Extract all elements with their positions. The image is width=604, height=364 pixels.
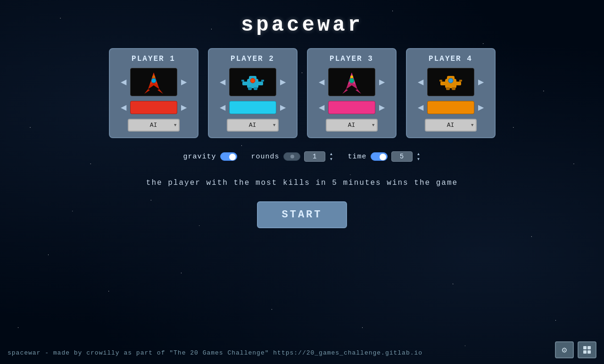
time-label: time xyxy=(348,153,367,161)
svg-point-5 xyxy=(152,75,155,78)
player3-ship-next[interactable]: ▶ xyxy=(377,76,387,88)
player4-control-select[interactable]: AI Keyboard Gamepad xyxy=(425,119,477,132)
svg-rect-11 xyxy=(241,80,244,82)
svg-rect-14 xyxy=(254,87,257,90)
start-button[interactable]: START xyxy=(257,201,347,228)
svg-rect-26 xyxy=(439,80,442,82)
svg-marker-19 xyxy=(356,89,361,94)
rounds-toggle-knob xyxy=(290,155,294,158)
svg-rect-25 xyxy=(455,82,461,85)
player4-color-prev[interactable]: ◀ xyxy=(416,102,425,113)
player4-label: PLAYER 4 xyxy=(429,55,472,63)
svg-rect-10 xyxy=(257,82,263,85)
player3-control-select[interactable]: AI Keyboard Gamepad xyxy=(326,119,378,132)
time-input[interactable] xyxy=(391,151,413,162)
player1-ship-selector: ◀ ▶ xyxy=(116,68,192,96)
players-row: PLAYER 1 ◀ ▶ ◀ xyxy=(109,48,496,138)
rounds-spinner-arrows: ▲ ▼ xyxy=(329,152,334,162)
rounds-label: rounds xyxy=(251,153,280,161)
svg-marker-3 xyxy=(144,89,150,94)
svg-rect-28 xyxy=(446,87,450,90)
player1-card: PLAYER 1 ◀ ▶ ◀ xyxy=(109,48,199,138)
svg-rect-9 xyxy=(242,82,248,85)
player1-ship-display xyxy=(130,68,177,96)
player3-control-wrapper: AI Keyboard Gamepad xyxy=(326,119,378,132)
player1-color-selector: ◀ ▶ xyxy=(116,101,192,114)
svg-point-23 xyxy=(448,78,453,83)
player1-control-wrapper: AI Keyboard Gamepad xyxy=(128,119,180,132)
player2-ship-selector: ◀ ▶ xyxy=(215,68,291,96)
player1-ship-next[interactable]: ▶ xyxy=(179,76,189,88)
player1-color-bar xyxy=(130,101,177,114)
rounds-input[interactable] xyxy=(304,151,325,162)
player4-color-next[interactable]: ▶ xyxy=(476,102,486,113)
player3-color-next[interactable]: ▶ xyxy=(377,102,387,113)
time-toggle-knob xyxy=(380,154,386,160)
svg-marker-4 xyxy=(157,89,163,94)
svg-rect-12 xyxy=(261,80,264,82)
player3-color-prev[interactable]: ◀ xyxy=(317,102,326,113)
player3-ship-svg xyxy=(338,70,366,94)
player1-ship-prev[interactable]: ◀ xyxy=(119,76,128,88)
options-row: gravity rounds ▲ ▼ time ▲ xyxy=(183,151,421,162)
svg-marker-18 xyxy=(342,89,348,94)
player2-card: PLAYER 2 ◀ xyxy=(208,48,298,138)
svg-point-17 xyxy=(349,78,354,83)
player1-color-next[interactable]: ▶ xyxy=(179,102,189,113)
gravity-toggle[interactable] xyxy=(220,152,237,161)
player3-label: PLAYER 3 xyxy=(330,55,373,63)
svg-rect-24 xyxy=(440,82,446,85)
player1-ship-svg xyxy=(140,70,168,94)
svg-point-8 xyxy=(250,78,255,83)
player2-color-selector: ◀ ▶ xyxy=(215,101,291,114)
player3-ship-display xyxy=(328,68,375,96)
player4-control-wrapper: AI Keyboard Gamepad xyxy=(425,119,477,132)
player2-color-next[interactable]: ▶ xyxy=(278,102,288,113)
gravity-option: gravity xyxy=(183,152,237,161)
player3-color-selector: ◀ ▶ xyxy=(314,101,390,114)
rounds-down[interactable]: ▼ xyxy=(329,157,334,162)
player4-ship-selector: ◀ ▶ xyxy=(413,68,489,96)
rounds-toggle[interactable] xyxy=(283,152,300,161)
player1-control-select[interactable]: AI Keyboard Gamepad xyxy=(128,119,180,132)
player4-ship-display xyxy=(427,68,474,96)
gravity-label: gravity xyxy=(183,153,216,161)
player2-ship-prev[interactable]: ◀ xyxy=(218,76,227,88)
svg-point-20 xyxy=(350,75,353,78)
time-toggle[interactable] xyxy=(371,152,388,161)
player3-color-bar xyxy=(328,101,375,114)
player2-ship-svg xyxy=(239,70,267,94)
player4-ship-prev[interactable]: ◀ xyxy=(416,76,425,88)
player2-control-wrapper: AI Keyboard Gamepad xyxy=(227,119,279,132)
time-option: time ▲ ▼ xyxy=(348,151,421,162)
player2-ship-next[interactable]: ▶ xyxy=(278,76,288,88)
player2-color-bar xyxy=(229,101,276,114)
player4-card: PLAYER 4 ◀ xyxy=(406,48,496,138)
player2-ship-display xyxy=(229,68,276,96)
svg-rect-27 xyxy=(459,80,462,82)
player1-label: PLAYER 1 xyxy=(132,55,175,63)
time-spinner-arrows: ▲ ▼ xyxy=(416,152,421,162)
player4-color-bar xyxy=(427,101,474,114)
player3-ship-selector: ◀ ▶ xyxy=(314,68,390,96)
game-description: the player with the most kills in 5 minu… xyxy=(146,179,458,187)
page-title: spacewar xyxy=(241,13,363,37)
player4-ship-next[interactable]: ▶ xyxy=(476,76,486,88)
player2-label: PLAYER 2 xyxy=(231,55,274,63)
svg-rect-29 xyxy=(452,87,455,90)
rounds-up[interactable]: ▲ xyxy=(329,152,334,157)
time-up[interactable]: ▲ xyxy=(416,152,421,157)
gravity-toggle-knob xyxy=(229,154,236,160)
player2-control-select[interactable]: AI Keyboard Gamepad xyxy=(227,119,279,132)
svg-point-2 xyxy=(151,78,156,83)
player4-ship-svg xyxy=(437,70,465,94)
time-down[interactable]: ▼ xyxy=(416,157,421,162)
svg-rect-13 xyxy=(248,87,252,90)
player3-ship-prev[interactable]: ◀ xyxy=(317,76,326,88)
rounds-option: rounds ▲ ▼ xyxy=(251,151,334,162)
player3-card: PLAYER 3 ◀ ▶ ◀ xyxy=(307,48,397,138)
player2-color-prev[interactable]: ◀ xyxy=(218,102,227,113)
player4-color-selector: ◀ ▶ xyxy=(413,101,489,114)
player1-color-prev[interactable]: ◀ xyxy=(119,102,128,113)
